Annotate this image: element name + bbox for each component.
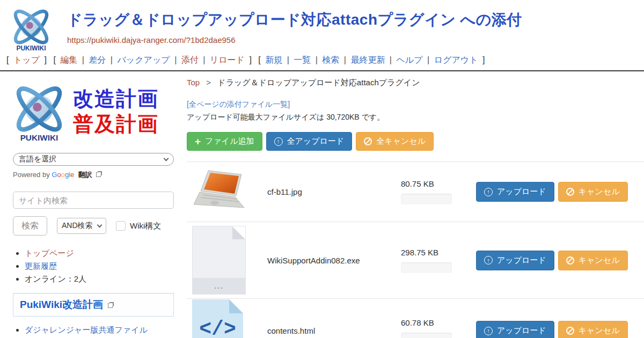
breadcrumb-home[interactable]: Top [187,78,200,87]
upload-button[interactable]: ↑ アップロード [476,251,554,270]
upload-all-button[interactable]: ↑ 全アップロード [266,132,353,151]
table-row: ... WikiSupportAddin082.exe 298.75 KB ↑ … [187,222,644,298]
language-select[interactable]: 言語を選択 [13,153,174,166]
nav-item-new[interactable]: 新規 [265,55,282,64]
cancel-label: キャンセル [579,255,620,266]
sidebar-logo-text: 改造計画 普及計画 [73,86,159,137]
wiki-syntax-label: Wiki構文 [130,221,161,231]
separator: | [287,55,289,64]
cancel-label: キャンセル [579,326,620,336]
separator: | [316,55,318,64]
breadcrumb-current: ドラッグ＆ドロップアップロード対応attachプラグイン [217,78,420,87]
file-name: contents.html [252,326,401,335]
language-select-value: 言語を選択 [19,155,56,164]
file-list: cf-b11.jpg 80.75 KB ↑ アップロード キャンセル [187,161,644,338]
sidebar-quick-links: トップページ 更新履歴 オンライン：2人 [25,247,174,284]
code-icon: </> [192,318,243,338]
upload-all-label: 全アップロード [287,136,345,146]
separator: | [390,55,392,64]
file-size: 80.75 KB [401,179,470,188]
ban-icon [364,137,372,145]
separator: | [344,55,346,64]
cancel-all-label: 全キャンセル [376,136,426,146]
chevron-down-icon [97,222,103,227]
cancel-button[interactable]: キャンセル [558,182,628,202]
nav-item-diff[interactable]: 差分 [89,55,106,64]
cancel-button[interactable]: キャンセル [558,251,628,270]
image-thumbnail-laptop [192,169,248,215]
cancel-label: キャンセル [579,187,620,197]
bracket: [ [53,55,55,64]
site-search-input[interactable] [13,192,174,209]
sidebar-logo[interactable]: PUKIWIKI 改造計画 普及計画 [8,80,174,143]
cancel-all-button[interactable]: 全キャンセル [356,132,434,151]
external-link-icon [108,303,113,308]
sidebar-plugin-links: ダジャレンジャー版共通ファイル PukiWiki本体改造 PukiWikiテキス… [25,324,174,338]
file-size: 60.78 KB [401,318,470,327]
nav-item-edit[interactable]: 編集 [60,55,77,64]
bracket: [ [6,55,9,64]
logo-wordmark: PUKIWIKI [16,45,46,52]
breadcrumb-separator: > [206,78,211,87]
page-title: ドラッグ＆ドロップアップロード対応attachプラグイン への添付 [67,10,522,30]
separator: | [203,55,205,64]
file-icon-dots: ... [193,278,245,294]
pukiwiki-logo-icon[interactable]: PUKIWIKI [6,3,56,53]
pukiwiki-logo-icon: PUKIWIKI [8,80,71,143]
upload-button[interactable]: ↑ アップロード [476,321,554,338]
wiki-syntax-checkbox[interactable] [116,221,126,231]
upload-progress-bar [401,333,452,338]
table-row: </> contents.html 60.78 KB ↑ アップロード キャンセ… [187,298,644,338]
nav-item-recent[interactable]: 最終更新 [350,55,385,64]
add-file-button[interactable]: + ファイル追加 [187,132,262,151]
search-button[interactable]: 検索 [13,216,47,236]
separator: | [174,55,177,64]
upload-progress-bar [401,194,452,204]
all-attachments-link[interactable]: [全ページの添付ファイル一覧] [187,100,644,109]
main-content: Top > ドラッグ＆ドロップアップロード対応attachプラグイン [全ページ… [178,71,644,338]
file-name: WikiSupportAddin082.exe [252,256,401,265]
nav-item-logout[interactable]: ログアウト [434,55,478,64]
nav-item-list[interactable]: 一覧 [294,55,311,64]
sidebar-item-history[interactable]: 更新履歴 [25,261,57,270]
file-name: cf-b11.jpg [252,187,401,196]
page-fold [229,299,243,313]
translate-link[interactable]: 翻訳 [78,171,92,179]
upload-icon: ↑ [484,188,493,196]
bracket: [ [258,55,260,64]
upload-button[interactable]: ↑ アップロード [476,182,554,202]
sidebar-item-toppage[interactable]: トップページ [25,248,74,258]
nav-item-backup[interactable]: バックアップ [117,55,170,64]
upload-label: アップロード [497,326,546,336]
nav-item-attach[interactable]: 添付 [181,55,199,64]
page-url[interactable]: https://pukiwiki.dajya-ranger.com/?1bd2d… [67,35,522,45]
separator: | [111,55,113,64]
nav-item-top[interactable]: トップ [13,55,40,64]
top-navbar: [ トップ ] [ 編集 | 差分 | バックアップ | 添付 | リロード ]… [0,52,644,71]
cancel-button[interactable]: キャンセル [558,321,628,338]
upload-icon: ↑ [484,327,493,335]
sidebar-item-online: オンライン：2人 [25,274,86,283]
upload-label: アップロード [497,187,546,197]
google-translate-attribution: Powered by Google 翻訳 [13,170,174,180]
upload-label: アップロード [497,255,546,266]
sidebar-heading[interactable]: PukiWiki改造計画 [13,293,174,317]
search-mode-select[interactable]: AND検索 [57,218,106,234]
powered-by-text: Powered by [13,171,50,179]
nav-item-search[interactable]: 検索 [322,55,339,64]
google-logo: Google [52,171,76,179]
bracket: ] [44,55,46,64]
sidebar: PUKIWIKI 改造計画 普及計画 言語を選択 Powered by Goog… [0,71,178,338]
nav-item-reload[interactable]: リロード [210,55,245,64]
sidebar-item-common-files[interactable]: ダジャレンジャー版共通ファイル [25,325,148,334]
add-file-label: ファイル追加 [205,136,254,146]
html-file-icon: </> [192,299,243,338]
generic-file-icon: ... [192,226,246,295]
header: PUKIWIKI ドラッグ＆ドロップアップロード対応attachプラグイン への… [0,0,644,52]
nav-item-help[interactable]: ヘルプ [396,55,422,64]
list-item: オンライン：2人 [25,273,174,285]
upload-toolbar: + ファイル追加 ↑ 全アップロード 全キャンセル [187,132,644,151]
bracket: ] [482,55,485,64]
separator: | [82,55,84,64]
file-size: 298.75 KB [401,248,470,257]
